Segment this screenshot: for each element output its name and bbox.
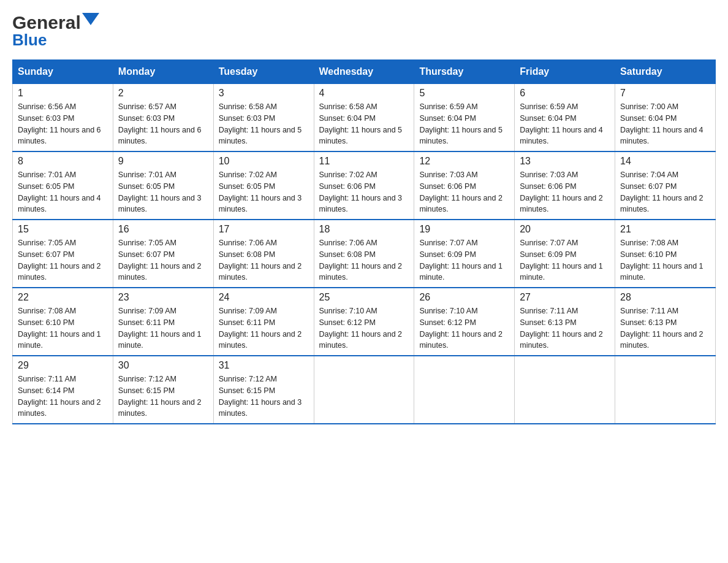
sunset-label: Sunset: 6:14 PM: [18, 386, 74, 395]
day-number: 30: [118, 360, 208, 371]
day-number: 5: [419, 88, 509, 99]
day-number: 22: [18, 292, 108, 303]
sunrise-label: Sunrise: 7:12 AM: [118, 375, 176, 383]
calendar-cell: [615, 356, 716, 424]
daylight-label: Daylight: 11 hours and 1 minute.: [520, 262, 603, 282]
daylight-label: Daylight: 11 hours and 3 minutes.: [319, 194, 403, 214]
day-info: Sunrise: 6:58 AM Sunset: 6:04 PM Dayligh…: [319, 101, 409, 147]
calendar-cell: [314, 356, 414, 424]
daylight-label: Daylight: 11 hours and 2 minutes.: [419, 194, 502, 214]
day-info: Sunrise: 7:01 AM Sunset: 6:05 PM Dayligh…: [18, 169, 108, 215]
sunrise-label: Sunrise: 6:59 AM: [520, 102, 578, 111]
daylight-label: Daylight: 11 hours and 2 minutes.: [620, 330, 703, 350]
daylight-label: Daylight: 11 hours and 2 minutes.: [319, 330, 403, 350]
sunrise-label: Sunrise: 7:04 AM: [620, 170, 678, 179]
header-sunday: Sunday: [13, 60, 113, 84]
sunrise-label: Sunrise: 7:05 AM: [118, 239, 176, 247]
day-info: Sunrise: 6:59 AM Sunset: 6:04 PM Dayligh…: [520, 101, 610, 147]
day-info: Sunrise: 7:02 AM Sunset: 6:05 PM Dayligh…: [219, 169, 309, 215]
sunrise-label: Sunrise: 7:05 AM: [18, 239, 76, 247]
sunset-label: Sunset: 6:15 PM: [219, 386, 275, 395]
daylight-label: Daylight: 11 hours and 2 minutes.: [520, 330, 603, 350]
calendar-cell: 8 Sunrise: 7:01 AM Sunset: 6:05 PM Dayli…: [13, 151, 113, 220]
header-friday: Friday: [515, 60, 615, 84]
sunset-label: Sunset: 6:06 PM: [520, 182, 576, 191]
day-info: Sunrise: 7:06 AM Sunset: 6:08 PM Dayligh…: [219, 237, 309, 283]
daylight-label: Daylight: 11 hours and 1 minute.: [419, 262, 502, 282]
day-number: 16: [118, 224, 208, 235]
day-number: 7: [620, 88, 710, 99]
logo-triangle-icon: [82, 13, 99, 30]
logo-general: General: [12, 12, 81, 33]
daylight-label: Daylight: 11 hours and 4 minutes.: [18, 194, 101, 214]
day-number: 20: [520, 224, 610, 235]
daylight-label: Daylight: 11 hours and 1 minute.: [620, 262, 703, 282]
day-info: Sunrise: 7:06 AM Sunset: 6:08 PM Dayligh…: [319, 237, 409, 283]
sunset-label: Sunset: 6:09 PM: [419, 250, 476, 259]
day-number: 25: [319, 292, 409, 303]
sunset-label: Sunset: 6:07 PM: [118, 250, 175, 259]
svg-marker-0: [82, 13, 99, 25]
day-number: 17: [219, 224, 309, 235]
sunset-label: Sunset: 6:11 PM: [118, 318, 175, 327]
sunrise-label: Sunrise: 7:11 AM: [18, 375, 76, 383]
sunrise-label: Sunrise: 7:02 AM: [219, 170, 277, 179]
sunset-label: Sunset: 6:12 PM: [419, 318, 476, 327]
sunset-label: Sunset: 6:03 PM: [18, 114, 74, 123]
sunrise-label: Sunrise: 7:06 AM: [219, 239, 277, 247]
day-info: Sunrise: 6:59 AM Sunset: 6:04 PM Dayligh…: [419, 101, 509, 147]
calendar-cell: [515, 356, 615, 424]
calendar-cell: 14 Sunrise: 7:04 AM Sunset: 6:07 PM Dayl…: [615, 151, 716, 220]
sunrise-label: Sunrise: 7:12 AM: [219, 375, 277, 383]
day-number: 28: [620, 292, 710, 303]
sunset-label: Sunset: 6:05 PM: [219, 182, 275, 191]
calendar-cell: 12 Sunrise: 7:03 AM Sunset: 6:06 PM Dayl…: [414, 151, 515, 220]
day-number: 2: [118, 88, 208, 99]
day-number: 27: [520, 292, 610, 303]
day-number: 23: [118, 292, 208, 303]
sunset-label: Sunset: 6:04 PM: [620, 114, 677, 123]
daylight-label: Daylight: 11 hours and 2 minutes.: [118, 262, 202, 282]
day-number: 29: [18, 360, 108, 371]
daylight-label: Daylight: 11 hours and 2 minutes.: [18, 398, 101, 418]
day-info: Sunrise: 7:11 AM Sunset: 6:13 PM Dayligh…: [520, 305, 610, 351]
sunrise-label: Sunrise: 7:02 AM: [319, 170, 377, 179]
sunset-label: Sunset: 6:10 PM: [620, 250, 677, 259]
day-info: Sunrise: 7:12 AM Sunset: 6:15 PM Dayligh…: [118, 373, 208, 419]
day-number: 11: [319, 156, 409, 167]
calendar-cell: 19 Sunrise: 7:07 AM Sunset: 6:09 PM Dayl…: [414, 220, 515, 288]
calendar-cell: [414, 356, 515, 424]
sunrise-label: Sunrise: 7:07 AM: [520, 239, 578, 247]
sunrise-label: Sunrise: 7:11 AM: [620, 307, 678, 315]
sunrise-label: Sunrise: 7:01 AM: [118, 170, 176, 179]
sunset-label: Sunset: 6:04 PM: [419, 114, 476, 123]
day-info: Sunrise: 6:56 AM Sunset: 6:03 PM Dayligh…: [18, 101, 108, 147]
day-number: 12: [419, 156, 509, 167]
sunrise-label: Sunrise: 7:03 AM: [520, 170, 578, 179]
header-wednesday: Wednesday: [314, 60, 414, 84]
sunrise-label: Sunrise: 7:07 AM: [419, 239, 477, 247]
day-number: 3: [219, 88, 309, 99]
calendar-cell: 29 Sunrise: 7:11 AM Sunset: 6:14 PM Dayl…: [13, 356, 113, 424]
day-info: Sunrise: 7:00 AM Sunset: 6:04 PM Dayligh…: [620, 101, 710, 147]
day-number: 10: [219, 156, 309, 167]
day-info: Sunrise: 7:04 AM Sunset: 6:07 PM Dayligh…: [620, 169, 710, 215]
day-info: Sunrise: 7:09 AM Sunset: 6:11 PM Dayligh…: [118, 305, 208, 351]
day-number: 9: [118, 156, 208, 167]
header: General Blue: [12, 12, 716, 50]
day-info: Sunrise: 7:02 AM Sunset: 6:06 PM Dayligh…: [319, 169, 409, 215]
day-info: Sunrise: 7:10 AM Sunset: 6:12 PM Dayligh…: [419, 305, 509, 351]
day-number: 4: [319, 88, 409, 99]
sunset-label: Sunset: 6:08 PM: [319, 250, 376, 259]
sunset-label: Sunset: 6:04 PM: [319, 114, 376, 123]
sunrise-label: Sunrise: 6:59 AM: [419, 102, 477, 111]
sunset-label: Sunset: 6:09 PM: [520, 250, 576, 259]
calendar-cell: 4 Sunrise: 6:58 AM Sunset: 6:04 PM Dayli…: [314, 84, 414, 152]
sunset-label: Sunset: 6:06 PM: [319, 182, 376, 191]
day-number: 6: [520, 88, 610, 99]
daylight-label: Daylight: 11 hours and 3 minutes.: [118, 194, 202, 214]
day-number: 1: [18, 88, 108, 99]
daylight-label: Daylight: 11 hours and 1 minute.: [118, 330, 202, 350]
calendar-cell: 30 Sunrise: 7:12 AM Sunset: 6:15 PM Dayl…: [113, 356, 213, 424]
calendar-cell: 16 Sunrise: 7:05 AM Sunset: 6:07 PM Dayl…: [113, 220, 213, 288]
